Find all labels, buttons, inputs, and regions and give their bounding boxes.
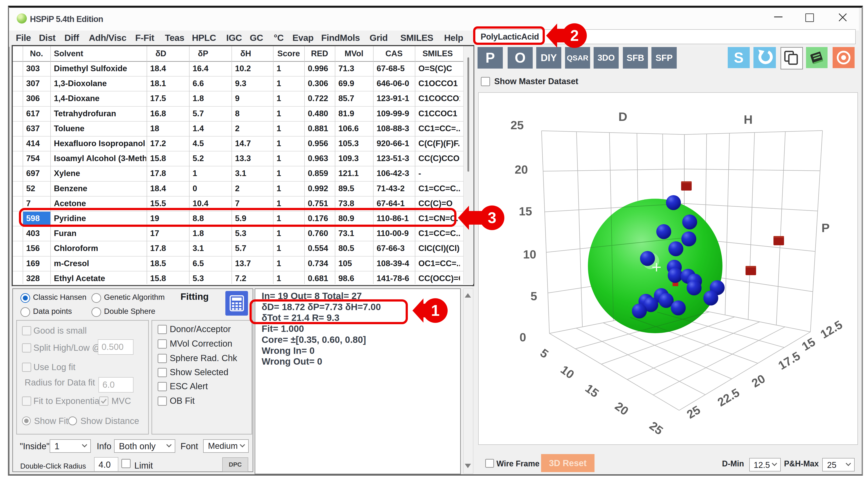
svg-text:15: 15	[799, 335, 817, 353]
svg-text:3: 3	[488, 209, 496, 226]
svg-text:5: 5	[538, 346, 551, 361]
svg-text:5: 5	[530, 289, 537, 302]
svg-text:D: D	[618, 110, 627, 124]
svg-text:22.5: 22.5	[715, 386, 742, 409]
svg-text:20: 20	[515, 163, 528, 176]
svg-text:H: H	[744, 113, 752, 126]
svg-text:15: 15	[583, 382, 601, 400]
svg-text:2: 2	[570, 27, 579, 44]
svg-text:0: 0	[520, 330, 526, 344]
svg-text:10: 10	[558, 363, 577, 381]
svg-text:P: P	[822, 221, 830, 235]
svg-text:25: 25	[510, 119, 524, 132]
svg-text:1: 1	[431, 302, 440, 319]
svg-text:12.5: 12.5	[818, 318, 845, 341]
svg-text:15: 15	[519, 204, 532, 218]
svg-text:20: 20	[749, 372, 767, 390]
svg-text:10: 10	[523, 248, 536, 261]
svg-text:25: 25	[647, 419, 665, 437]
svg-text:17.5: 17.5	[776, 349, 803, 372]
svg-text:20: 20	[613, 399, 631, 418]
